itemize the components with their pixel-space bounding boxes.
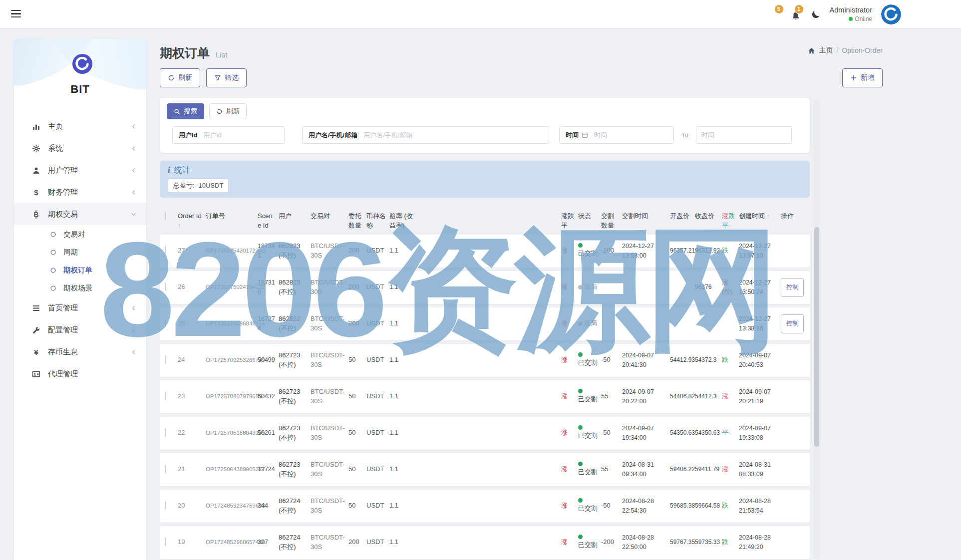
reset-button[interactable]: 刷新 [209, 103, 247, 119]
search-button[interactable]: 搜索 [167, 103, 204, 119]
sidebar-subitem-4-1[interactable]: 周期 [14, 243, 146, 261]
cell-status: 已交割 [578, 462, 601, 477]
row-checkbox[interactable] [165, 501, 166, 510]
table-header-row: Order Id↑订单号Scene Id用户交易对委托数量币种名称赔率 (收益率… [160, 210, 810, 231]
status-dot [578, 498, 583, 503]
status-dot [578, 352, 583, 357]
idcard-icon [32, 370, 40, 378]
cell-coin: USDT [366, 428, 389, 438]
result-text: 涨 [722, 465, 728, 473]
filter-button[interactable]: 筛选 [206, 68, 247, 87]
cell-status: 已交割 [578, 352, 601, 368]
calendar-icon [582, 132, 588, 138]
cell-odds: 1.1 [389, 282, 418, 292]
add-label: 新增 [861, 73, 875, 82]
header-order_id[interactable]: Order Id↑ [178, 212, 206, 231]
sidebar-subitem-4-0[interactable]: 交易对 [14, 225, 146, 243]
sidebar-subitem-4-2[interactable]: 期权订单 [14, 261, 146, 279]
cell-user: 862723(不控) [279, 424, 311, 443]
sidebar-item-label: 期权交易 [48, 210, 78, 219]
control-button[interactable]: 控制 [781, 278, 804, 297]
sort-asc-icon[interactable]: ↑ [767, 212, 770, 220]
sidebar-item-6[interactable]: 配置管理 [14, 319, 146, 341]
sidebar-item-1[interactable]: 系统 [14, 137, 146, 159]
cell-pair: BTC/USDT-30S [311, 314, 348, 333]
cell-status: 已交割 [578, 425, 601, 441]
cell-checkbox [160, 319, 178, 328]
user-block[interactable]: Administrator Online [830, 5, 872, 23]
status-text: 流局 [584, 319, 597, 328]
table-row: 21OP172506438990537712724862723(不控)BTC/U… [160, 453, 810, 486]
sidebar-item-4[interactable]: B期权交易 [14, 203, 146, 225]
time-from-input[interactable] [594, 127, 666, 143]
cell-result: 跌 [722, 355, 739, 365]
add-button[interactable]: 新增 [842, 68, 883, 87]
cell-user: 862723(不控) [279, 351, 311, 370]
row-checkbox[interactable] [165, 246, 166, 255]
row-checkbox[interactable] [165, 428, 166, 437]
total-pnl-pill: 总盈亏: -10USDT [168, 179, 229, 193]
cell-settle_amount: 55 [601, 465, 622, 474]
cell-action: 控制 [781, 278, 807, 297]
row-checkbox[interactable] [165, 465, 166, 473]
sidebar-subitem-label: 交易对 [63, 230, 85, 239]
cell-coin: USDT [366, 282, 389, 292]
row-checkbox[interactable] [165, 355, 166, 364]
sort-asc-icon[interactable]: ↑ [178, 221, 203, 231]
cell-scene_id: 327 [258, 538, 279, 547]
username-input[interactable] [363, 127, 536, 143]
cell-settle_amount: -200 [601, 538, 622, 547]
sidebar-item-0[interactable]: 主页 [14, 115, 146, 137]
chevron-left-icon [131, 168, 136, 173]
sidebar: BIT 主页系统用户管理$财务管理B期权交易交易对周期期权订单期权场景首页管理配… [14, 39, 146, 560]
cell-amount: 200 [348, 538, 366, 547]
cell-created: 2024-09-07 19:33:08 [739, 424, 781, 443]
dark-mode-toggle-moon-icon[interactable] [811, 9, 821, 19]
cell-user: 862723(不控) [279, 387, 311, 406]
avatar[interactable] [881, 4, 901, 24]
cell-odds: 1.1 [389, 392, 418, 401]
header-action: 操作 [781, 212, 807, 221]
sidebar-item-2[interactable]: 用户管理 [14, 159, 146, 181]
row-checkbox[interactable] [165, 392, 166, 400]
sidebar-item-label: 存币生息 [48, 347, 78, 357]
users-icon [32, 166, 40, 175]
cell-result: 涨(控) [722, 278, 739, 297]
cell-close_price: 96376 [695, 282, 722, 292]
control-button[interactable]: 控制 [781, 314, 804, 333]
sidebar-item-8[interactable]: 代理管理 [14, 363, 146, 385]
cell-order_no: OP1724853234759693 [206, 501, 258, 511]
search-icon [174, 108, 180, 115]
scrollbar-track[interactable] [814, 100, 820, 559]
navbar-right-cluster: 5 1 Administrator Online [771, 0, 901, 28]
sidebar-item-label: 用户管理 [48, 166, 78, 175]
user-id-input[interactable] [204, 127, 279, 143]
sidebar-item-3[interactable]: $财务管理 [14, 181, 146, 203]
cell-open_price: 54350.63 [670, 428, 695, 438]
cell-pair: BTC/USDT-30S [311, 387, 348, 406]
breadcrumb-home[interactable]: 主页 [819, 46, 833, 55]
chevron-left-icon [131, 349, 136, 355]
sidebar-subitem-4-3[interactable]: 期权场景 [14, 279, 146, 297]
header-created[interactable]: 创建时间 ↑ [739, 212, 781, 221]
chart-icon [32, 122, 40, 131]
message-notification[interactable]: 1 [791, 8, 802, 20]
cell-created: 2024-12-27 13:57:10 [739, 242, 781, 261]
circle-icon [50, 285, 56, 291]
refresh-button[interactable]: 刷新 [160, 68, 200, 87]
status-dot [578, 535, 583, 539]
time-to-input[interactable] [696, 127, 784, 143]
reset-label: 刷新 [226, 107, 240, 116]
select-all-checkbox[interactable] [165, 212, 166, 220]
row-checkbox[interactable] [165, 538, 166, 546]
cell-order_no: OP1735274296846131 [206, 319, 258, 328]
hamburger-menu-icon[interactable] [11, 10, 21, 19]
header-checkbox[interactable] [160, 212, 178, 221]
sidebar-item-7[interactable]: ¥存币生息 [14, 341, 146, 363]
result-text: 跌 [722, 356, 728, 363]
sidebar-item-5[interactable]: 首页管理 [14, 297, 146, 319]
row-checkbox[interactable] [165, 319, 166, 327]
row-checkbox[interactable] [165, 282, 166, 291]
bell-notification[interactable]: 5 [771, 8, 782, 20]
scrollbar-thumb[interactable] [814, 227, 819, 447]
